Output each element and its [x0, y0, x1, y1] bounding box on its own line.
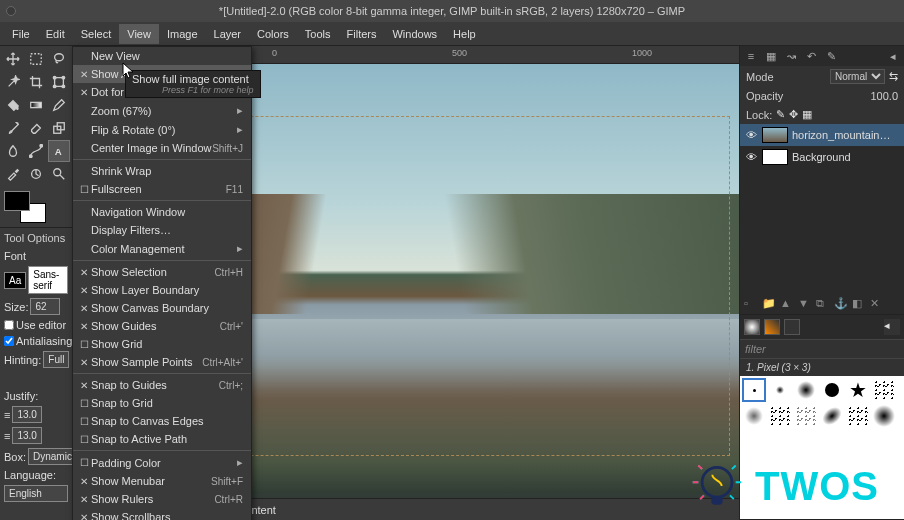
menu-item-show-rulers[interactable]: ✕Show RulersCtrl+R	[73, 490, 251, 508]
brush-tab-icon[interactable]	[744, 319, 760, 335]
brush-item[interactable]	[742, 378, 766, 402]
text-tool-icon[interactable]: A	[48, 140, 70, 162]
brush-item[interactable]	[794, 404, 818, 428]
use-editor-checkbox[interactable]	[4, 320, 14, 330]
channels-tab-icon[interactable]: ▦	[764, 49, 778, 63]
font-name-field[interactable]: Sans-serif	[28, 266, 68, 294]
move-tool-icon[interactable]	[2, 48, 24, 70]
layer-group-icon[interactable]: 📁	[762, 297, 776, 311]
menu-item-show-canvas-boundary[interactable]: ✕Show Canvas Boundary	[73, 299, 251, 317]
menu-file[interactable]: File	[4, 24, 38, 44]
lasso-tool-icon[interactable]	[48, 48, 70, 70]
menu-item-padding-color[interactable]: ☐Padding Color▸	[73, 453, 251, 472]
brush-filter-input[interactable]: filter	[740, 339, 904, 359]
brush-item[interactable]	[742, 404, 766, 428]
visibility-toggle-icon[interactable]: 👁	[744, 129, 758, 141]
menu-item-show-menubar[interactable]: ✕Show MenubarShift+F	[73, 472, 251, 490]
menu-image[interactable]: Image	[159, 24, 206, 44]
pattern-tab-icon[interactable]	[764, 319, 780, 335]
color-swatch[interactable]	[4, 191, 46, 223]
menu-item-show-sample-points[interactable]: ✕Show Sample PointsCtrl+Alt+'	[73, 353, 251, 371]
language-field[interactable]: English	[4, 485, 68, 502]
menu-item-zoom[interactable]: Zoom (67%)▸	[73, 101, 251, 120]
menu-tools[interactable]: Tools	[297, 24, 339, 44]
menu-windows[interactable]: Windows	[384, 24, 445, 44]
menu-item-flip-rotate[interactable]: Flip & Rotate (0°)▸	[73, 120, 251, 139]
brush-item[interactable]	[846, 404, 870, 428]
menu-filters[interactable]: Filters	[339, 24, 385, 44]
brush-item[interactable]: ★	[846, 378, 870, 402]
brush-item[interactable]	[820, 404, 844, 428]
menu-item-center-image[interactable]: Center Image in WindowShift+J	[73, 139, 251, 157]
bucket-tool-icon[interactable]	[2, 94, 24, 116]
fg-color-swatch[interactable]	[4, 191, 30, 211]
brush-item[interactable]	[872, 404, 896, 428]
pencil-tool-icon[interactable]	[48, 94, 70, 116]
new-layer-icon[interactable]: ▫	[744, 297, 758, 311]
font-preview[interactable]: Aa	[4, 272, 26, 289]
mode-switch-icon[interactable]: ⇆	[889, 70, 898, 83]
menu-help[interactable]: Help	[445, 24, 484, 44]
lock-pixels-icon[interactable]: ✎	[776, 108, 785, 121]
antialias-checkbox[interactable]	[4, 336, 14, 346]
letter-spacing-field[interactable]: 13.0	[12, 427, 42, 444]
layer-row[interactable]: 👁 Background	[740, 146, 904, 168]
menu-item-snap-guides[interactable]: ✕Snap to GuidesCtrl+;	[73, 376, 251, 394]
menu-item-show-grid[interactable]: ☐Show Grid	[73, 335, 251, 353]
gradient-tab-icon[interactable]	[784, 319, 800, 335]
zoom-tool-icon[interactable]	[48, 163, 70, 185]
raise-layer-icon[interactable]: ▲	[780, 297, 794, 311]
brush-item[interactable]	[794, 378, 818, 402]
picker-tool-icon[interactable]	[2, 163, 24, 185]
line-spacing-field[interactable]: 13.0	[12, 406, 42, 423]
panel-menu-icon[interactable]: ◂	[884, 319, 900, 335]
paths-tab-icon[interactable]: ↝	[784, 49, 798, 63]
brush-item[interactable]	[872, 378, 896, 402]
clone-tool-icon[interactable]	[48, 117, 70, 139]
mask-layer-icon[interactable]: ◧	[852, 297, 866, 311]
lock-position-icon[interactable]: ✥	[789, 108, 798, 121]
menu-item-new-view[interactable]: New View	[73, 47, 251, 65]
menu-item-show-selection[interactable]: ✕Show SelectionCtrl+H	[73, 263, 251, 281]
layer-row[interactable]: 👁 horizon_mountain…	[740, 124, 904, 146]
measure-tool-icon[interactable]	[25, 163, 47, 185]
layers-tab-icon[interactable]: ≡	[744, 49, 758, 63]
layer-name[interactable]: Background	[792, 151, 851, 163]
undo-tab-icon[interactable]: ↶	[804, 49, 818, 63]
crop-tool-icon[interactable]	[25, 71, 47, 93]
smudge-tool-icon[interactable]	[2, 140, 24, 162]
brush-tab-icon[interactable]: ✎	[824, 49, 838, 63]
wand-tool-icon[interactable]	[2, 71, 24, 93]
menu-item-nav-window[interactable]: Navigation Window	[73, 203, 251, 221]
merge-layer-icon[interactable]: ⚓	[834, 297, 848, 311]
menu-colors[interactable]: Colors	[249, 24, 297, 44]
menu-item-show-guides[interactable]: ✕Show GuidesCtrl+'	[73, 317, 251, 335]
delete-layer-icon[interactable]: ✕	[870, 297, 884, 311]
menu-item-color-mgmt[interactable]: Color Management▸	[73, 239, 251, 258]
size-field[interactable]: 62	[30, 298, 60, 315]
rect-select-tool-icon[interactable]	[25, 48, 47, 70]
brush-tool-icon[interactable]	[2, 117, 24, 139]
menu-item-snap-active[interactable]: ☐Snap to Active Path	[73, 430, 251, 448]
menu-item-fullscreen[interactable]: ☐FullscreenF11	[73, 180, 251, 198]
menu-view[interactable]: View	[119, 24, 159, 44]
lock-alpha-icon[interactable]: ▦	[802, 108, 812, 121]
menu-layer[interactable]: Layer	[206, 24, 250, 44]
layer-name[interactable]: horizon_mountain…	[792, 129, 890, 141]
panel-menu-icon[interactable]: ◂	[886, 49, 900, 63]
menu-item-snap-grid[interactable]: ☐Snap to Grid	[73, 394, 251, 412]
opacity-value[interactable]: 100.0	[870, 90, 898, 102]
gradient-tool-icon[interactable]	[25, 94, 47, 116]
menu-item-show-scrollbars[interactable]: ✕Show Scrollbars	[73, 508, 251, 520]
window-control-icon[interactable]	[6, 6, 16, 16]
menu-select[interactable]: Select	[73, 24, 120, 44]
path-tool-icon[interactable]	[25, 140, 47, 162]
brush-item[interactable]	[768, 404, 792, 428]
visibility-toggle-icon[interactable]: 👁	[744, 151, 758, 163]
duplicate-layer-icon[interactable]: ⧉	[816, 297, 830, 311]
transform-tool-icon[interactable]	[48, 71, 70, 93]
hinting-field[interactable]: Full	[43, 351, 69, 368]
box-mode-field[interactable]: Dynamic	[28, 448, 77, 465]
blend-mode-select[interactable]: Normal	[830, 69, 885, 84]
menu-item-snap-canvas[interactable]: ☐Snap to Canvas Edges	[73, 412, 251, 430]
